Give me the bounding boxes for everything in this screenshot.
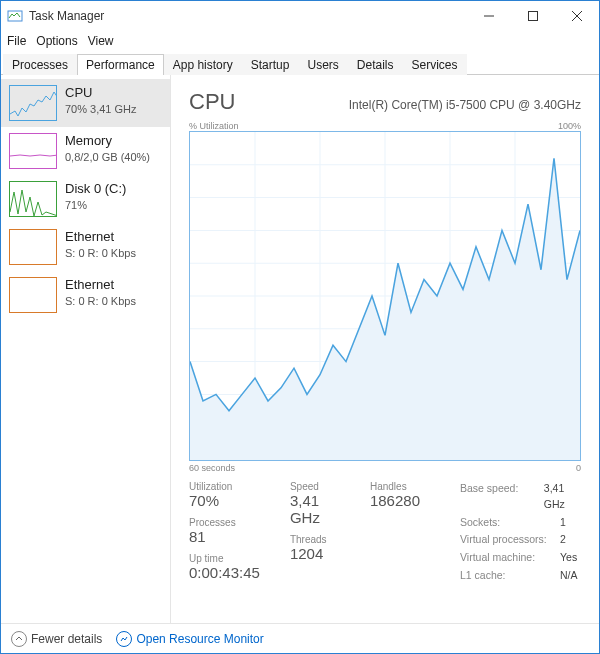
sidebar: CPU 70% 3,41 GHz Memory 0,8/2,0 GB (40%) [1,75,171,623]
speed-value: 3,41 GHz [290,492,340,526]
chart-ylabel: % Utilization [189,121,239,131]
tab-startup[interactable]: Startup [242,54,299,75]
vproc-label: Virtual processors: [460,532,560,548]
sidebar-item-memory[interactable]: Memory 0,8/2,0 GB (40%) [1,127,170,175]
stats-col-1: Utilization 70% Processes 81 Up time 0:0… [189,481,260,587]
sidebar-cpu-name: CPU [65,85,137,102]
processes-label: Processes [189,517,260,528]
sidebar-item-cpu[interactable]: CPU 70% 3,41 GHz [1,79,170,127]
stats-col-3: Handles 186280 [370,481,420,587]
tab-processes[interactable]: Processes [3,54,77,75]
tab-users[interactable]: Users [298,54,347,75]
maximize-button[interactable] [511,1,555,31]
chart-ymax: 100% [558,121,581,131]
tabs: Processes Performance App history Startu… [1,51,599,75]
tab-services[interactable]: Services [403,54,467,75]
sidebar-item-ethernet-2[interactable]: Ethernet S: 0 R: 0 Kbps [1,271,170,319]
tab-performance[interactable]: Performance [77,54,164,75]
handles-value: 186280 [370,492,420,509]
cpu-chart [189,131,581,461]
sockets-value: 1 [560,515,566,531]
menu-options[interactable]: Options [36,34,77,48]
chart-xlabel: 60 seconds [189,463,235,473]
basespeed-label: Base speed: [460,481,544,513]
sidebar-memory-detail: 0,8/2,0 GB (40%) [65,150,150,164]
sidebar-disk-detail: 71% [65,198,126,212]
stats: Utilization 70% Processes 81 Up time 0:0… [189,481,581,587]
threads-value: 1204 [290,545,340,562]
tab-details[interactable]: Details [348,54,403,75]
chevron-up-icon [11,631,27,647]
processes-value: 81 [189,528,260,545]
fewer-details-button[interactable]: Fewer details [11,631,102,647]
sidebar-memory-name: Memory [65,133,150,150]
window-title: Task Manager [29,9,467,23]
eth1-thumb-graph [9,229,57,265]
memory-thumb-graph [9,133,57,169]
uptime-value: 0:00:43:45 [189,564,260,581]
sidebar-item-disk[interactable]: Disk 0 (C:) 71% [1,175,170,223]
utilization-label: Utilization [189,481,260,492]
vproc-value: 2 [560,532,566,548]
stats-col-2: Speed 3,41 GHz Threads 1204 [290,481,340,587]
page-title: CPU [189,89,235,115]
stats-col-4: Base speed:3,41 GHz Sockets:1 Virtual pr… [460,481,581,587]
eth2-thumb-graph [9,277,57,313]
chart-bottom-labels: 60 seconds 0 [189,463,581,473]
menu-file[interactable]: File [7,34,26,48]
main-header: CPU Intel(R) Core(TM) i5-7500 CPU @ 3.40… [189,89,581,115]
chart-top-labels: % Utilization 100% [189,121,581,131]
minimize-button[interactable] [467,1,511,31]
l1-value: N/A [560,568,578,584]
main-panel: CPU Intel(R) Core(TM) i5-7500 CPU @ 3.40… [171,75,599,623]
sidebar-disk-name: Disk 0 (C:) [65,181,126,198]
threads-label: Threads [290,534,340,545]
vmach-value: Yes [560,550,577,566]
sidebar-eth2-name: Ethernet [65,277,136,294]
sidebar-item-ethernet-1[interactable]: Ethernet S: 0 R: 0 Kbps [1,223,170,271]
footer: Fewer details Open Resource Monitor [1,623,599,653]
uptime-label: Up time [189,553,260,564]
content: CPU 70% 3,41 GHz Memory 0,8/2,0 GB (40%) [1,75,599,623]
basespeed-value: 3,41 GHz [544,481,581,513]
tab-apphistory[interactable]: App history [164,54,242,75]
sockets-label: Sockets: [460,515,560,531]
vmach-label: Virtual machine: [460,550,560,566]
handles-label: Handles [370,481,420,492]
monitor-icon [116,631,132,647]
utilization-value: 70% [189,492,260,509]
cpu-thumb-graph [9,85,57,121]
titlebar[interactable]: Task Manager [1,1,599,31]
l1-label: L1 cache: [460,568,560,584]
close-button[interactable] [555,1,599,31]
sidebar-cpu-detail: 70% 3,41 GHz [65,102,137,116]
open-resource-monitor-link[interactable]: Open Resource Monitor [116,631,263,647]
sidebar-eth1-name: Ethernet [65,229,136,246]
speed-label: Speed [290,481,340,492]
chart-xmin: 0 [576,463,581,473]
sidebar-eth2-detail: S: 0 R: 0 Kbps [65,294,136,308]
svg-rect-2 [529,12,538,21]
sidebar-eth1-detail: S: 0 R: 0 Kbps [65,246,136,260]
task-manager-window: Task Manager File Options View Processes… [0,0,600,654]
app-icon [7,8,23,24]
cpu-model: Intel(R) Core(TM) i5-7500 CPU @ 3.40GHz [349,98,581,112]
menu-view[interactable]: View [88,34,114,48]
menubar: File Options View [1,31,599,51]
disk-thumb-graph [9,181,57,217]
